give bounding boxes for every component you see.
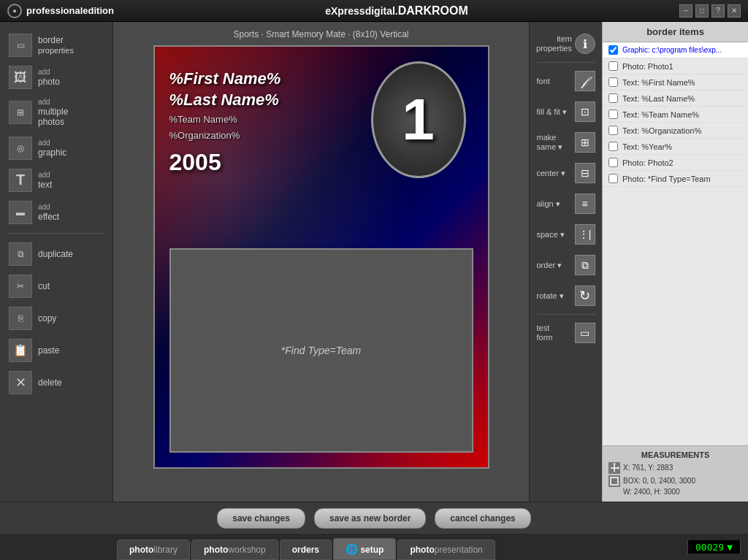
sidebar-label-add-photo: addphoto [38,68,60,87]
border-item-photo2-label: Photo: Photo2 [622,158,673,167]
border-item-photo-findtype-label: Photo: *Find Type=Team [622,174,711,183]
test-form-label: testform [537,323,553,342]
border-item-text-firstname-label: Text: %First Name% [622,78,695,87]
border-item-photo2-checkbox[interactable] [608,158,618,167]
border-item-text-firstname[interactable]: Text: %First Name% [603,74,748,91]
item-properties-icon: ℹ [575,34,595,54]
save-as-new-border-button[interactable]: save as new border [314,508,426,529]
border-item-text-lastname[interactable]: Text: %Last Name% [603,91,748,107]
right-toolbar: itemproperties ℹ font 𝒻 fill & fit ▾ ⊡ [529,22,602,502]
sidebar-item-delete[interactable]: ✕ delete [0,367,112,399]
border-item-text-organization[interactable]: Text: %Organization% [603,123,748,139]
order-label: order ▾ [537,261,562,270]
border-item-text-organization-label: Text: %Organization% [622,126,701,135]
card-photo-box[interactable]: *Find Type=Team [169,248,473,453]
border-item-graphic-checkbox[interactable] [608,45,618,55]
tool-item-font[interactable]: font 𝒻 [533,66,599,96]
tab-photo-presentation-normal: presentation [435,545,483,555]
border-item-text-lastname-checkbox[interactable] [608,93,618,103]
app-product: DARKROOM [398,4,468,17]
restore-button[interactable]: □ [695,4,709,18]
tool-item-make-same[interactable]: makesame ▾ ⊞ [533,128,599,157]
app-brand: professionaledition [26,5,114,16]
window-controls[interactable]: ─ □ ? ✕ [679,4,741,18]
tool-item-fill-fit[interactable]: fill & fit ▾ ⊡ [533,97,599,126]
tool-item-test-form[interactable]: testform ▭ [533,318,599,348]
sidebar-item-add-text[interactable]: T addtext [0,164,112,196]
measurements-title: MEASUREMENTS [608,450,742,459]
delete-icon: ✕ [9,371,32,394]
cancel-changes-button[interactable]: cancel changes [435,508,530,529]
close-button[interactable]: ✕ [728,4,741,18]
tool-item-order[interactable]: order ▾ ⧉ [533,250,599,280]
tool-item-center[interactable]: center ▾ ⊟ [533,158,599,188]
border-item-text-year-checkbox[interactable] [608,142,618,151]
border-item-photo-findtype[interactable]: Photo: *Find Type=Team [603,171,748,187]
right-panel: border items Graphic: c:\program files\e… [602,22,748,502]
left-sidebar: ▭ borderproperties 🖼 addphoto ⊞ addmulti… [0,22,113,502]
tab-photo-library[interactable]: photolibrary [117,540,190,560]
sidebar-label-paste: paste [38,345,59,356]
measurements-xy-text: X: 761, Y: 2883 [623,462,673,474]
border-item-graphic[interactable]: Graphic: c:\program files\exp... [603,42,748,58]
counter-arrow[interactable]: ▼ [727,542,733,553]
tab-photo-workshop-normal: workshop [228,545,265,555]
fill-fit-icon: ⊡ [575,101,595,122]
sidebar-label-duplicate: duplicate [38,249,73,259]
sidebar-item-copy[interactable]: ⎘ copy [0,302,112,334]
sidebar-item-border-properties[interactable]: ▭ borderproperties [0,29,112,61]
border-item-text-firstname-checkbox[interactable] [608,77,618,87]
minimize-button[interactable]: ─ [679,4,692,18]
sidebar-item-add-photo[interactable]: 🖼 addphoto [0,61,112,93]
tool-item-properties[interactable]: itemproperties ℹ [533,29,599,58]
sidebar-label-cut: cut [38,281,50,291]
titlebar-left: ● professionaledition [7,4,114,18]
border-item-photo1[interactable]: Photo: Photo1 [603,58,748,74]
tool-item-space[interactable]: space ▾ ⋮| [533,220,599,249]
copy-icon: ⎘ [9,307,32,330]
border-item-photo1-checkbox[interactable] [608,61,618,71]
sidebar-item-paste[interactable]: 📋 paste [0,334,112,367]
measurements-area: MEASUREMENTS X: 761, Y: 2883 [603,445,748,502]
tab-photo-workshop-bold: photo [204,545,228,555]
app-title: eXpressdigital.DARKROOM [325,4,468,18]
svg-marker-0 [618,467,619,469]
border-item-text-year[interactable]: Text: %Year% [603,139,748,155]
border-item-text-teamname[interactable]: Text: %Team Name% [603,107,748,123]
card-name-line1: %First Name% [169,69,281,90]
border-item-text-teamname-checkbox[interactable] [608,110,618,119]
align-icon: ≡ [575,193,595,214]
sidebar-item-add-multiple-photos[interactable]: ⊞ addmultiplephotos [0,93,112,132]
border-item-photo-findtype-checkbox[interactable] [608,174,618,183]
tab-orders[interactable]: orders [280,540,332,560]
help-button[interactable]: ? [711,4,725,18]
sidebar-item-add-effect[interactable]: ▬ addeffect [0,196,112,229]
card-photo-label: *Find Type=Team [281,345,361,356]
tab-photo-workshop[interactable]: photoworkshop [191,540,278,560]
card-number: 1 [402,86,435,153]
canvas-frame[interactable]: %First Name% %Last Name% %Team Name% %Or… [153,45,489,469]
sidebar-item-cut[interactable]: ✂ cut [0,270,112,302]
tool-item-rotate[interactable]: rotate ▾ ↻ [533,281,599,310]
tab-orders-bold: orders [292,545,319,555]
make-same-icon: ⊞ [575,132,595,153]
tool-item-align[interactable]: align ▾ ≡ [533,189,599,218]
brand-main: edition [83,5,114,16]
sidebar-item-duplicate[interactable]: ⧉ duplicate [0,238,112,270]
measurements-row-2: BOX: 0, 0, 2400, 3000 W: 2400, H: 3000 [608,475,742,497]
canvas-wrapper: %First Name% %Last Name% %Team Name% %Or… [153,45,489,469]
space-label: space ▾ [537,230,565,239]
sidebar-item-add-graphic[interactable]: ◎ addgraphic [0,132,112,164]
measurements-line2: BOX: 0, 0, 2400, 3000 [623,475,695,486]
content-area: ▭ borderproperties 🖼 addphoto ⊞ addmulti… [0,22,748,502]
tab-setup[interactable]: 🌐 setup [333,538,396,560]
card-number-circle: 1 [371,61,466,178]
tool-divider-2 [537,314,595,315]
border-item-photo2[interactable]: Photo: Photo2 [603,155,748,171]
tab-photo-presentation[interactable]: photopresentation [397,540,495,560]
border-item-text-organization-checkbox[interactable] [608,126,618,135]
add-effect-icon: ▬ [9,201,32,224]
save-changes-button[interactable]: save changes [217,508,305,529]
card-org: %Organization% [169,129,281,142]
paste-icon: 📋 [9,339,32,362]
